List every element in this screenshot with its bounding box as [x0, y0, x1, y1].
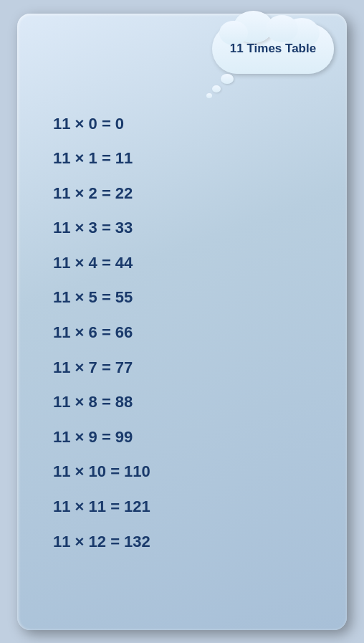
cloud-shape: 11 Times Table [212, 24, 334, 74]
table-row: 11 × 10 = 110 [53, 454, 318, 490]
table-row: 11 × 1 = 11 [53, 141, 318, 176]
table-row: 11 × 6 = 66 [53, 315, 318, 351]
table-row: 11 × 12 = 132 [53, 525, 318, 560]
table-row: 11 × 9 = 99 [53, 420, 318, 455]
times-table-list: 11 × 0 = 011 × 1 = 1111 × 2 = 2211 × 3 =… [53, 107, 318, 560]
table-row: 11 × 4 = 44 [53, 246, 318, 281]
table-row: 11 × 7 = 77 [53, 351, 318, 386]
thought-bubble-medium [212, 85, 221, 92]
table-row: 11 × 3 = 33 [53, 211, 318, 246]
table-row: 11 × 0 = 0 [53, 107, 318, 142]
thought-bubble-large [221, 74, 234, 84]
table-row: 11 × 11 = 121 [53, 490, 318, 525]
cloud-title: 11 Times Table [223, 42, 323, 56]
table-row: 11 × 2 = 22 [53, 176, 318, 211]
table-row: 11 × 5 = 55 [53, 280, 318, 315]
thought-cloud: 11 Times Table [191, 24, 334, 95]
table-row: 11 × 8 = 88 [53, 385, 318, 420]
main-card: 11 Times Table 11 × 0 = 011 × 1 = 1111 ×… [17, 14, 347, 630]
thought-bubble-small [206, 93, 212, 98]
